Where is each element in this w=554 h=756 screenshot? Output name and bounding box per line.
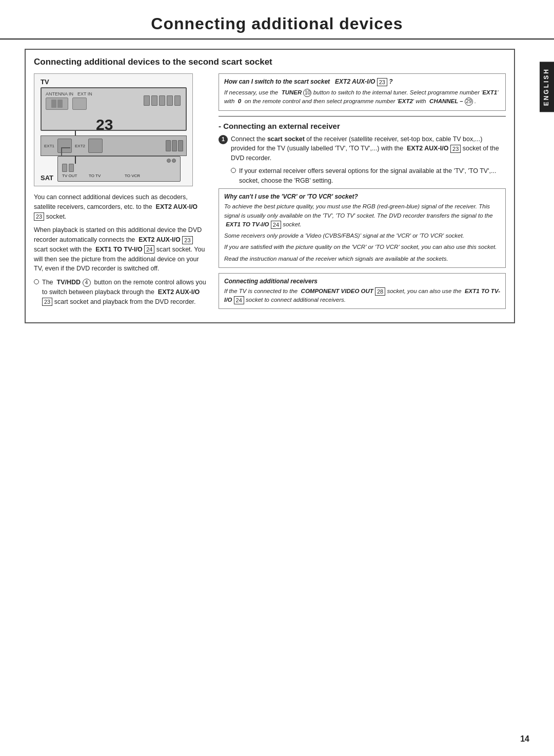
english-sidebar-label: ENGLISH bbox=[540, 62, 554, 112]
connection-diagram: TV ANTENNA IN EXT IN bbox=[34, 73, 193, 186]
additional-receivers-title: Connecting additional receivers bbox=[224, 278, 500, 285]
how-to-switch-question: How can I switch to the scart socket EXT… bbox=[224, 78, 500, 86]
rgb-text: If your external receiver offers several… bbox=[239, 166, 506, 186]
diagram-dvd-ports: EXT1 EXT2 bbox=[41, 135, 187, 156]
step1-number: 1 bbox=[219, 135, 228, 144]
circle-sub-bullet-icon bbox=[231, 168, 236, 173]
how-to-switch-box: How can I switch to the scart socket EXT… bbox=[219, 73, 506, 111]
right-column: How can I switch to the scart socket EXT… bbox=[219, 73, 506, 314]
section-inner: TV ANTENNA IN EXT IN bbox=[34, 73, 506, 314]
intro-para-1: You can connect additional devices such … bbox=[34, 192, 208, 221]
section-title: Connecting additional devices to the sec… bbox=[34, 57, 506, 67]
section-box: Connecting additional devices to the sec… bbox=[25, 49, 515, 323]
external-receiver-title: - Connecting an external receiver bbox=[219, 122, 506, 130]
circle-bullet-icon bbox=[34, 279, 39, 284]
additional-receivers-box: Connecting additional receivers If the T… bbox=[219, 273, 506, 309]
section-divider bbox=[219, 116, 506, 117]
tvhdd-bullet: The TV/HDD 4 button on the remote contro… bbox=[34, 278, 208, 306]
diagram-sat-box: TV OUT TO TV TO VCR bbox=[57, 156, 181, 182]
why-vcr-question: Why can't I use the 'VCR' or 'TO VCR' so… bbox=[224, 193, 500, 200]
main-content: Connecting additional devices to the sec… bbox=[0, 49, 540, 353]
why-vcr-box: Why can't I use the 'VCR' or 'TO VCR' so… bbox=[219, 188, 506, 268]
diagram-tv-label: TV bbox=[41, 78, 49, 86]
step1-text: Connect the scart socket of the receiver… bbox=[231, 134, 506, 163]
diagram-number-23: 23 bbox=[96, 116, 113, 133]
page-number: 14 bbox=[520, 734, 529, 744]
how-to-switch-answer: If necessary, use the TUNER 10 button to… bbox=[224, 88, 500, 106]
intro-para-2: When playback is started on this additio… bbox=[34, 225, 208, 274]
diagram-sat-label: SAT bbox=[41, 174, 53, 182]
diagram-tv-box: ANTENNA IN EXT IN bbox=[41, 87, 187, 131]
page-title: Connecting additional devices bbox=[21, 14, 533, 33]
left-column: TV ANTENNA IN EXT IN bbox=[34, 73, 208, 314]
page-container: Connecting additional devices ENGLISH Co… bbox=[0, 0, 554, 756]
rgb-subbullet: If your external receiver offers several… bbox=[231, 166, 506, 186]
additional-receivers-text: If the TV is connected to the COMPONENT … bbox=[224, 287, 500, 305]
step1-bullet: 1 Connect the scart socket of the receiv… bbox=[219, 134, 506, 163]
page-header: Connecting additional devices bbox=[0, 0, 554, 40]
why-vcr-answer: To achieve the best picture quality, you… bbox=[224, 202, 500, 263]
